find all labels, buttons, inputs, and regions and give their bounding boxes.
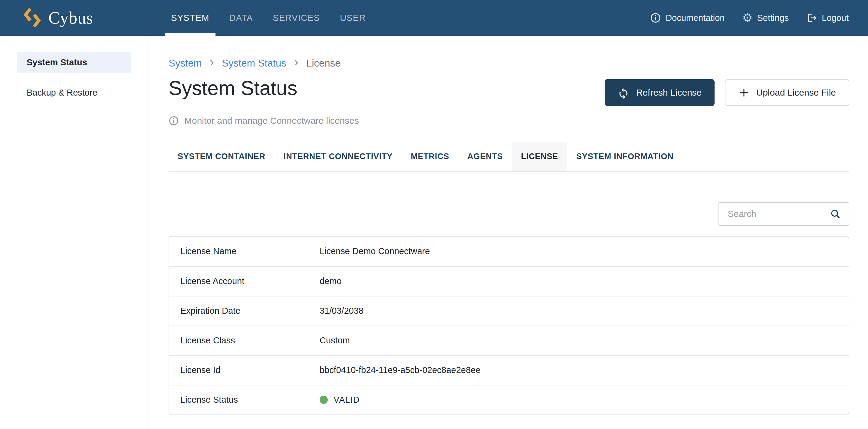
search-input[interactable] [727,209,830,219]
title-row: System Status Refresh License Upload Lic… [168,77,849,106]
tab-label: METRICS [411,152,449,161]
search-icon[interactable] [830,208,841,219]
page-subtitle-text: Monitor and manage Connectware licenses [184,116,359,126]
breadcrumb: System › System Status › License [168,57,849,70]
toolbar: Refresh License Upload License File [605,79,849,106]
documentation-label: Documentation [665,13,724,23]
row-value: Custom [319,335,350,345]
nav-item-services[interactable]: SERVICES [267,0,326,36]
plus-icon [738,87,750,98]
upload-license-button[interactable]: Upload License File [725,79,849,106]
logo-text: Cybus [49,8,93,28]
tab-label: SYSTEM INFORMATION [576,152,673,161]
cybus-logo[interactable]: Cybus [24,0,93,36]
nav-item-system[interactable]: SYSTEM [165,0,215,36]
tab-label: SYSTEM CONTAINER [178,152,266,161]
logout-icon [806,12,817,23]
row-value: VALID [319,395,360,405]
search-row [168,202,849,226]
chevron-right-icon: › [294,57,299,70]
status-badge: VALID [334,395,360,405]
tab-label: INTERNET CONNECTIVITY [284,152,393,161]
sidebar-item-system-status[interactable]: System Status [17,52,131,73]
nav-item-label: SYSTEM [171,13,209,23]
sidebar: System Status Backup & Restore [0,36,149,429]
row-label: Expiration Date [169,306,319,316]
tab-agents[interactable]: AGENTS [458,142,512,171]
nav-item-data[interactable]: DATA [223,0,259,36]
tab-system-container[interactable]: SYSTEM CONTAINER [168,142,275,171]
tab-system-information[interactable]: SYSTEM INFORMATION [567,142,682,171]
breadcrumb-license: License [306,58,341,69]
app-header: Cybus SYSTEM DATA SERVICES USER Document… [0,0,868,36]
refresh-icon [617,87,629,99]
nav-item-user[interactable]: USER [334,0,372,36]
logout-label: Logout [822,13,849,23]
search-box[interactable] [718,202,849,226]
nav-item-label: USER [340,13,366,23]
nav-item-label: SERVICES [273,13,320,23]
row-label: License Account [169,276,319,286]
logout-link[interactable]: Logout [806,12,849,23]
tab-metrics[interactable]: METRICS [402,142,458,171]
license-table: License Name License Demo Connectware Li… [168,236,849,415]
row-value: License Demo Connectware [319,246,430,256]
cybus-logo-icon [24,6,42,29]
sidebar-item-label: Backup & Restore [27,88,97,98]
table-row-license-class: License Class Custom [169,326,849,355]
header-actions: Documentation ⚙ Settings Logout [650,0,849,36]
table-row-license-name: License Name License Demo Connectware [169,237,849,266]
gear-icon: ⚙ [742,12,752,24]
sidebar-item-backup-restore[interactable]: Backup & Restore [17,82,131,103]
nav-item-label: DATA [229,13,253,23]
primary-nav: SYSTEM DATA SERVICES USER [165,0,379,36]
app-body: System Status Backup & Restore System › … [0,36,868,429]
refresh-license-button[interactable]: Refresh License [605,79,715,106]
page-subtitle: Monitor and manage Connectware licenses [168,116,849,126]
page-title: System Status [168,77,298,100]
row-label: License Status [169,395,319,405]
status-tabs: SYSTEM CONTAINER INTERNET CONNECTIVITY M… [168,142,849,171]
main-content: System › System Status › License System … [149,36,868,429]
row-value: bbcf0410-fb24-11e9-a5cb-02ec8ae2e8ee [319,365,480,375]
refresh-license-label: Refresh License [636,88,702,98]
tab-label: LICENSE [521,152,558,161]
table-row-license-account: License Account demo [169,266,849,296]
row-label: License Id [169,365,319,375]
settings-label: Settings [757,13,789,23]
table-row-license-id: License Id bbcf0410-fb24-11e9-a5cb-02ec8… [169,355,849,385]
breadcrumb-system[interactable]: System [168,58,202,69]
tab-license[interactable]: LICENSE [512,142,567,171]
row-value: demo [319,276,342,286]
status-valid-dot [319,396,328,404]
breadcrumb-system-status[interactable]: System Status [222,58,286,69]
upload-license-label: Upload License File [756,88,836,98]
tab-internet-connectivity[interactable]: INTERNET CONNECTIVITY [275,142,402,171]
documentation-link[interactable]: Documentation [650,12,724,23]
info-icon [650,12,661,23]
row-value: 31/03/2038 [319,306,364,316]
info-icon [168,116,179,126]
table-row-license-status: License Status VALID [169,385,849,415]
row-label: License Class [169,335,319,345]
table-row-expiration-date: Expiration Date 31/03/2038 [169,296,849,326]
row-label: License Name [169,246,319,256]
tab-label: AGENTS [467,152,503,161]
chevron-right-icon: › [210,57,214,70]
settings-link[interactable]: ⚙ Settings [742,12,789,24]
sidebar-item-label: System Status [27,58,87,67]
